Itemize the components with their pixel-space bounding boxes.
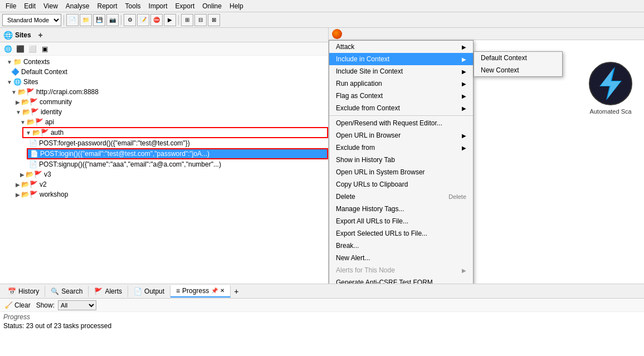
menu-help[interactable]: Help — [226, 1, 247, 11]
tab-history[interactable]: 📅 History — [2, 286, 45, 297]
add-context-button[interactable]: + — [36, 30, 46, 40]
submenu-default-context[interactable]: Default Context — [474, 52, 562, 64]
menu-import[interactable]: Import — [145, 1, 171, 11]
toolbar-open[interactable]: 📁 — [80, 14, 92, 26]
ctx-arrow-include: ▶ — [462, 56, 466, 62]
toolbar-sep-3 — [178, 15, 179, 25]
tab-search[interactable]: 🔍 Search — [45, 286, 89, 297]
ctx-break[interactable]: Break... — [329, 240, 473, 252]
menu-edit[interactable]: Edit — [21, 1, 39, 11]
ctx-delete[interactable]: Delete Delete — [329, 191, 473, 203]
ctx-run-application[interactable]: Run application ▶ — [329, 77, 473, 90]
ctx-generate-csrf[interactable]: Generate Anti-CSRF Test FORM — [329, 276, 473, 284]
menu-analyse[interactable]: Analyse — [62, 1, 93, 11]
tree-label-signup: POST:signup()({"name":"aaa","email":"a@a… — [39, 160, 221, 168]
tree-node-sites[interactable]: ▼ 🌐 Sites — [4, 77, 328, 87]
toolbar-script[interactable]: 📝 — [137, 14, 149, 26]
ctx-new-alert[interactable]: New Alert... — [329, 252, 473, 264]
ctx-arrow-flag: ▶ — [462, 93, 466, 99]
folder-flag-api-icon: 📂🚩 — [27, 118, 43, 126]
tree-node-signup[interactable]: 📄 POST:signup()({"name":"aaa","email":"a… — [27, 159, 328, 169]
icon-btn-2[interactable]: ⬛ — [14, 43, 26, 55]
clear-button[interactable]: 🧹 Clear — [2, 301, 33, 310]
ctx-exclude-from[interactable]: Exclude from ▶ — [329, 142, 473, 154]
tree-label-default-context: Default Context — [21, 68, 67, 76]
tree-node-identity[interactable]: ▼ 📂🚩 identity — [13, 107, 328, 117]
folder-flag-auth-icon: 📂🚩 — [32, 129, 49, 136]
pin-icon: 📌 — [211, 287, 218, 294]
tree-node-crapi[interactable]: ▼ 📂🚩 http://crapi.com:8888 — [9, 87, 328, 97]
ctx-copy-urls[interactable]: Copy URLs to Clipboard — [329, 178, 473, 191]
expand-arrow: ▼ — [7, 59, 12, 65]
show-label: Show: — [36, 301, 55, 309]
firefox-icon — [332, 29, 342, 39]
expand-arrow-community: ▶ — [16, 99, 20, 105]
ctx-open-url-browser[interactable]: Open URL in Browser ▶ — [329, 129, 473, 142]
ctx-export-all-urls[interactable]: Export All URLs to File... — [329, 215, 473, 227]
clear-label: Clear — [14, 301, 31, 309]
menu-tools[interactable]: Tools — [122, 1, 144, 11]
expand-arrow-sites: ▼ — [7, 79, 12, 85]
add-tab-button[interactable]: + — [231, 285, 242, 298]
toolbar-options[interactable]: ⚙ — [124, 14, 136, 26]
tab-progress-label: Progress — [182, 287, 209, 295]
ctx-flag-as-context[interactable]: Flag as Context ▶ — [329, 90, 473, 102]
tree-node-contexts[interactable]: ▼ 📁 Contexts — [4, 57, 328, 67]
left-panel-title: Sites — [15, 31, 31, 39]
submenu-new-context[interactable]: New Context — [474, 64, 562, 76]
icon-btn-3[interactable]: ⬜ — [27, 43, 38, 55]
expand-arrow-identity: ▼ — [16, 109, 21, 115]
toolbar-stop[interactable]: ⛔ — [150, 14, 163, 26]
tree-node-workshop[interactable]: ▶ 📂🚩 workshop — [13, 189, 328, 199]
toolbar-snapshot[interactable]: 📷 — [106, 14, 119, 26]
menu-export[interactable]: Export — [172, 1, 198, 11]
icon-btn-4[interactable]: ▣ — [39, 43, 50, 55]
ctx-arrow-exclude: ▶ — [462, 105, 466, 111]
show-select[interactable]: All Errors Warnings Info — [58, 300, 96, 310]
tree-node-auth[interactable]: ▼ 📂🚩 auth — [22, 127, 328, 138]
folder-icon: 📁 — [13, 58, 22, 66]
menu-file[interactable]: File — [2, 1, 19, 11]
tree-node-community[interactable]: ▶ 📂🚩 community — [13, 97, 328, 107]
tree-node-login[interactable]: 📄 POST:login()({"email":"test@test.com",… — [27, 148, 328, 159]
ctx-attack[interactable]: Attack ▶ — [329, 41, 473, 53]
ctx-include-in-context[interactable]: Include in Context ▶ — [329, 53, 473, 65]
ctx-exclude-from-context[interactable]: Exclude from Context ▶ — [329, 102, 473, 114]
menu-online[interactable]: Online — [199, 1, 225, 11]
toolbar-layout[interactable]: ⊞ — [181, 14, 193, 26]
icon-btn-1[interactable]: 🌐 — [2, 43, 13, 55]
toolbar-sep-2 — [121, 15, 121, 25]
tree-node-v2[interactable]: ▶ 📂🚩 v2 — [13, 179, 328, 189]
toolbar-layout2[interactable]: ⊟ — [194, 14, 207, 26]
mode-select[interactable]: Standard Mode — [2, 14, 61, 26]
tab-progress[interactable]: ≡ Progress 📌 ✕ — [170, 285, 231, 298]
right-panel: Welcor sting tool for finding vulnera...… — [329, 28, 644, 284]
ctx-show-history[interactable]: Show in History Tab — [329, 154, 473, 166]
toolbar-new[interactable]: 📄 — [66, 14, 79, 26]
ctx-include-site-in-context[interactable]: Include Site in Context ▶ — [329, 65, 473, 77]
ctx-export-selected-urls[interactable]: Export Selected URLs to File... — [329, 227, 473, 240]
tab-alerts[interactable]: 🚩 Alerts — [89, 286, 128, 297]
clear-icon: 🧹 — [4, 301, 13, 309]
ctx-manage-history[interactable]: Manage History Tags... — [329, 203, 473, 215]
ctx-open-resend[interactable]: Open/Resend with Request Editor... — [329, 117, 473, 129]
zap-svg-icon — [588, 61, 633, 106]
tree-node-api[interactable]: ▼ 📂🚩 api — [18, 117, 328, 127]
tree-node-v3[interactable]: ▶ 📂🚩 v3 — [18, 169, 328, 179]
toolbar-run[interactable]: ▶ — [164, 14, 176, 26]
close-icon[interactable]: ✕ — [220, 287, 225, 294]
tab-bar: 📅 History 🔍 Search 🚩 Alerts 📄 Output ≡ P… — [0, 284, 644, 299]
ctx-open-system-browser[interactable]: Open URL in System Browser — [329, 166, 473, 178]
tree-node-default-context[interactable]: 🔷 Default Context — [9, 67, 328, 77]
menu-view[interactable]: View — [40, 1, 61, 11]
tree-node-forget-password[interactable]: 📄 POST:forget-password()({"email":"test@… — [27, 138, 328, 148]
tree-label-auth: auth — [51, 129, 64, 136]
tab-output[interactable]: 📄 Output — [128, 286, 170, 297]
toolbar-save[interactable]: 💾 — [93, 14, 105, 26]
ctx-arrow-include-site: ▶ — [462, 69, 466, 75]
history-icon: 📅 — [8, 287, 16, 295]
toolbar-layout3[interactable]: ⊠ — [208, 14, 220, 26]
tab-history-label: History — [18, 287, 39, 295]
menu-report[interactable]: Report — [94, 1, 121, 11]
automated-scan-label: Automated Sca — [589, 108, 631, 115]
